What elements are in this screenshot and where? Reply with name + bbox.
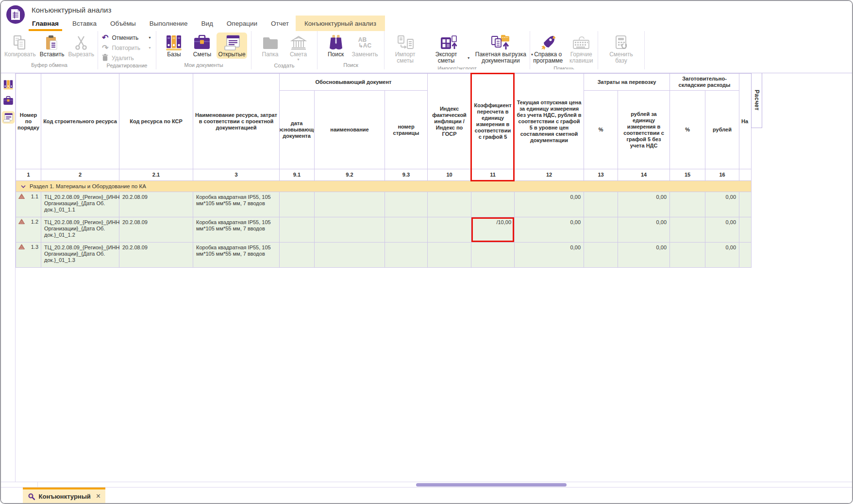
section-row[interactable]: Раздел 1. Материалы и Оборудование по КА [16,181,752,192]
cell-row-num[interactable]: 1.3 [16,243,41,268]
redo-button[interactable]: ↷ Повторить ▼ [102,44,151,52]
cell-ksr-code[interactable]: 20.2.08.09 [119,192,193,217]
table-row[interactable]: 1.2 ТЦ_20.2.08.09_{Регион}_{ИНН Организа… [16,217,752,243]
change-base-button[interactable]: Сменить базу [605,33,637,65]
cell-doc-date[interactable] [280,217,315,243]
cell-page-num[interactable] [385,192,428,217]
cell-conversion-coef[interactable] [471,243,515,268]
cell-row-num[interactable]: 1.2 [16,217,41,243]
replace-button[interactable]: AB↳AC Заменить [351,33,380,59]
about-button[interactable]: Справка о программе [531,33,565,65]
cell-extra[interactable] [739,243,752,268]
tab-home[interactable]: Главная [25,16,66,31]
col-number-cell: 10 [428,169,471,181]
import-estimate-button[interactable]: Импорт сметы [385,33,425,65]
copy-button[interactable]: Копировать [3,33,37,59]
cell-transport-pct[interactable] [584,243,618,268]
cell-extra[interactable] [739,192,752,217]
app-logo-icon [6,5,25,24]
cell-conversion-coef[interactable] [471,192,515,217]
cell-ksr-code[interactable]: 20.2.08.09 [119,217,193,243]
cell-warehouse-rub[interactable]: 0,00 [705,192,739,217]
horizontal-scrollbar[interactable] [1,482,852,488]
replace-icon: AB↳AC [358,33,371,51]
tab-insert[interactable]: Вставка [66,16,103,31]
cell-transport-rub[interactable]: 0,00 [618,192,670,217]
cell-inflation-index[interactable] [428,217,471,243]
page-title: Конъюнктурный анализ [32,6,111,14]
sidebar-item-open-documents[interactable] [2,111,15,124]
cell-warehouse-pct[interactable] [670,192,705,217]
tab-execution[interactable]: Выполнение [143,16,195,31]
cell-doc-date[interactable] [280,192,315,217]
cell-extra[interactable] [739,217,752,243]
cell-resource-name[interactable]: Коробка квадратная IP55, 105 мм*105 мм*5… [193,192,280,217]
cell-doc-name[interactable] [315,243,385,268]
estimate-create-button[interactable]: Смета ▼ [285,33,312,62]
cell-page-num[interactable] [385,217,428,243]
cell-current-price[interactable]: 0,00 [515,217,584,243]
doc-tab-market-analysis[interactable]: Конъюнктурный ... × [23,488,105,503]
scrollbar-divider [37,482,38,487]
cell-doc-name[interactable] [315,192,385,217]
bases-button[interactable]: Базы [160,33,187,59]
cell-doc-name[interactable] [315,217,385,243]
content-area: Номер по порядку Код строительного ресур… [1,69,852,503]
briefcase-icon [193,33,211,51]
cell-transport-rub[interactable]: 0,00 [618,217,670,243]
cell-resource-code[interactable]: ТЦ_20.2.08.09_{Регион}_{ИНН Организации}… [41,243,119,268]
folder-button[interactable]: Папка [257,33,284,59]
table-row[interactable]: 1.1 ТЦ_20.2.08.09_{Регион}_{ИНН Организа… [16,192,752,217]
cell-page-num[interactable] [385,243,428,268]
ribbon-group-label: Создать [251,62,317,69]
warning-icon [18,194,25,199]
cell-resource-name[interactable]: Коробка квадратная IP55, 105 мм*105 мм*5… [193,217,280,243]
binoculars-icon [327,33,345,51]
cell-warehouse-pct[interactable] [670,243,705,268]
undo-button[interactable]: ↶ Отменить ▼ [102,33,151,42]
batch-export-button[interactable]: Пакетная выгрузка документации ▼ [473,33,529,65]
tab-operations[interactable]: Операции [220,16,264,31]
cell-current-price[interactable]: 0,00 [515,243,584,268]
cell-inflation-index[interactable] [428,243,471,268]
col-header-ksr-code: Код ресурса по КСР [119,74,193,169]
keyboard-icon [572,33,590,51]
scrollbar-thumb[interactable] [416,483,567,487]
col-number-cell: 2 [41,169,119,181]
cell-ksr-code[interactable]: 20.2.08.09 [119,243,193,268]
cut-button[interactable]: Вырезать [67,33,96,59]
hotkeys-button[interactable]: Горячие клавиши [566,33,597,65]
close-icon[interactable]: × [96,492,100,500]
cell-transport-rub[interactable]: 0,00 [618,243,670,268]
cell-warehouse-pct[interactable] [670,217,705,243]
open-documents-button[interactable]: Открытые [217,33,247,59]
cell-warehouse-rub[interactable]: 0,00 [705,243,739,268]
cell-row-num[interactable]: 1.1 [16,192,41,217]
cell-resource-code[interactable]: ТЦ_20.2.08.09_{Регион}_{ИНН Организации}… [41,192,119,217]
export-estimate-button[interactable]: Экспорт сметы ▼ [426,33,472,65]
sidebar-item-bases[interactable] [2,78,15,91]
sidebar-item-estimates[interactable] [2,95,15,107]
cell-transport-pct[interactable] [584,192,618,217]
cell-inflation-index[interactable] [428,192,471,217]
chevron-down-icon[interactable] [21,185,26,188]
cell-doc-date[interactable] [280,243,315,268]
cell-current-price[interactable]: 0,00 [515,192,584,217]
cell-transport-pct[interactable] [584,217,618,243]
estimates-button[interactable]: Сметы [188,33,216,59]
delete-button[interactable]: Удалить [102,54,151,62]
tab-view[interactable]: Вид [194,16,219,31]
tab-market-analysis[interactable]: Конъюнктурный анализ [296,16,385,31]
cell-resource-name[interactable]: Коробка квадратная IP55, 105 мм*105 мм*5… [193,243,280,268]
tab-volumes[interactable]: Объёмы [103,16,143,31]
tab-calculation[interactable]: Расчет [751,73,762,128]
table-row[interactable]: 1.3 ТЦ_20.2.08.09_{Регион}_{ИНН Организа… [16,243,752,268]
search-button[interactable]: Поиск [322,33,350,59]
cell-conversion-coef-highlighted[interactable]: /10,00 [471,217,515,243]
cell-resource-code[interactable]: ТЦ_20.2.08.09_{Регион}_{ИНН Организации}… [41,217,119,243]
cell-warehouse-rub[interactable]: 0,00 [705,217,739,243]
chevron-down-icon[interactable]: ▼ [148,36,151,39]
paste-button[interactable]: Вставить [38,33,66,59]
tab-report[interactable]: Отчет [264,16,296,31]
col-number-cell: 2.1 [119,169,193,181]
